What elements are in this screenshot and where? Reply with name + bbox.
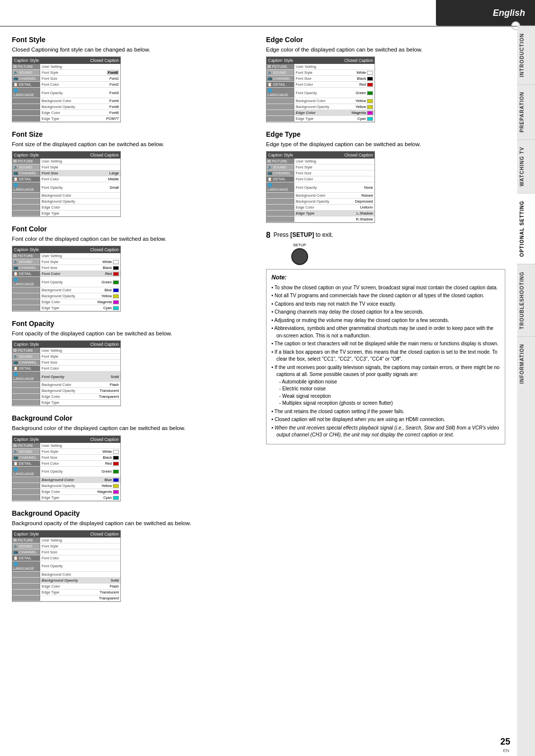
- font-color-title: Font Color: [12, 225, 246, 233]
- menu-row: 🔊 SOUND Font StyleWhite: [267, 70, 374, 76]
- page-lang: EN: [503, 748, 509, 753]
- setup-label: SETUP: [293, 243, 306, 247]
- menu-row: R.Shadow: [267, 216, 374, 222]
- list-item: Abbreviations, symbols and other grammat…: [271, 325, 500, 339]
- menu-row: 🔊 SOUND Font Style: [12, 543, 120, 549]
- menu-row: 📺 CHANNEL Font Size: [12, 549, 120, 555]
- menu-row: Background OpacitySolid: [12, 578, 120, 584]
- menu-row: 📺 CHANNEL Font SizeBlack: [12, 265, 120, 271]
- list-item: Captions and texts may not match the TV …: [271, 301, 500, 308]
- menu-row: 🖼 PICTURE User Setting: [12, 253, 120, 259]
- edge-type-title: Edge Type: [266, 130, 505, 138]
- sidebar-item-troubleshooting[interactable]: TROUBLESHOOTING: [517, 264, 535, 336]
- menu-row: Background OpacityYellow: [12, 293, 120, 299]
- section-background-color: Background Color Background color of the…: [12, 414, 246, 501]
- menu-row: 🔊 SOUND Font StyleWhite: [12, 449, 120, 455]
- menu-row: Background Color: [12, 572, 120, 578]
- font-style-menu: Caption Style Closed Caption 🖼 PICTURE U…: [12, 56, 121, 122]
- menu-row: 🌐 LANGUAGE Font Opacity: [12, 561, 120, 572]
- font-style-menu-body: 🖼 PICTURE User Setting 🔊 SOUND Font Styl…: [12, 64, 120, 122]
- section-font-size: Font Size Font size of the displayed cap…: [12, 130, 246, 217]
- sidebar-item-information[interactable]: INFORMATION: [517, 336, 535, 391]
- edge-color-text: Edge color of the displayed caption can …: [266, 46, 505, 54]
- menu-row: 🖼 PICTURE User Setting: [12, 348, 120, 354]
- menu-row: 🖼 PICTURE User Setting: [267, 64, 374, 70]
- menu-row: Background OpacityYellow: [267, 104, 374, 110]
- menu-row: 🌐 LANGUAGE Font OpacityGreen: [267, 88, 374, 98]
- left-column: Font Style Closed Captioning font style …: [12, 36, 251, 746]
- menu-row: Edge ColorTransparent: [12, 394, 120, 400]
- setup-button-area: SETUP: [266, 243, 333, 265]
- font-style-title: Font Style: [12, 36, 246, 44]
- font-size-menu-header: Caption Style Closed Caption: [12, 152, 120, 159]
- menu-row: 📋 DETAIL Font ColorFont2: [12, 82, 120, 88]
- setup-button[interactable]: [291, 248, 308, 265]
- sidebar-item-optional-setting[interactable]: OPTIONAL SETTING: [517, 193, 535, 264]
- page-number: 25: [500, 737, 510, 747]
- menu-row: 📺 CHANNEL Font Size: [12, 360, 120, 366]
- menu-row: Background ColorFlash: [12, 382, 120, 388]
- menu-row: 📺 CHANNEL Font SizeBlack: [12, 455, 120, 461]
- list-item: Closed caption will not be displayed whe…: [271, 416, 500, 424]
- menu-row: Background ColorFont4: [12, 98, 120, 104]
- sidebar-item-preparation[interactable]: PREPARATION: [517, 84, 535, 139]
- menu-row: 📺 CHANNEL Font SizeFont1: [12, 76, 120, 82]
- menu-row: 🖼 PICTURE User Setting: [12, 443, 120, 449]
- sidebar-item-introduction[interactable]: INTRODUCTION: [517, 26, 535, 84]
- menu-row: Background ColorRaised: [267, 193, 374, 199]
- menu-row: 🖼 PICTURE User Setting: [12, 538, 120, 543]
- setup-key-label: [SETUP]: [290, 231, 314, 238]
- list-item: When the unit receives special effects p…: [271, 425, 500, 439]
- menu-row: 🔊 SOUND Font Style: [267, 164, 374, 170]
- menu-row: 📺 CHANNEL Font SizeLarge: [12, 170, 120, 176]
- list-item: Adjusting or muting the volume may delay…: [271, 317, 500, 324]
- font-size-title: Font Size: [12, 130, 246, 138]
- list-item: If the unit receives poor quality televi…: [271, 364, 500, 407]
- menu-row: Background ColorBlue: [12, 287, 120, 293]
- background-color-text: Background color of the displayed captio…: [12, 424, 246, 432]
- list-item: Not all TV programs and commercials have…: [271, 292, 500, 300]
- menu-row: Background OpacityYellow: [12, 483, 120, 489]
- menu-row: 🔊 SOUND Font Style: [12, 354, 120, 360]
- menu-row: Background OpacityTranslucent: [12, 388, 120, 394]
- note-list: To show the closed caption on your TV sc…: [271, 284, 500, 439]
- menu-row: 📋 DETAIL Font Color: [12, 555, 120, 561]
- section-font-style: Font Style Closed Captioning font style …: [12, 36, 246, 122]
- right-column: Edge Color Edge color of the displayed c…: [266, 36, 505, 746]
- menu-row: 🖼 PICTURE User Setting: [267, 159, 374, 164]
- edge-color-title: Edge Color: [266, 36, 505, 44]
- menu-row: 📋 DETAIL Font ColorRed: [12, 461, 120, 467]
- menu-row: Edge Type: [12, 211, 120, 216]
- side-nav: INTRODUCTION PREPARATION WATCHING TV OPT…: [517, 26, 535, 756]
- menu-row: 🖼 PICTURE User Setting: [12, 159, 120, 164]
- edge-color-menu: Caption Style Closed Caption 🖼 PICTURE U…: [266, 56, 375, 122]
- section-edge-color: Edge Color Edge color of the displayed c…: [266, 36, 505, 122]
- menu-row: 🌐 LANGUAGE Font OpacitySolid: [12, 372, 120, 382]
- menu-row: Edge ColorFlash: [12, 584, 120, 590]
- menu-row: 📺 CHANNEL Font Size: [267, 170, 374, 176]
- font-opacity-menu: Caption Style Closed Caption 🖼 PICTURE U…: [12, 340, 121, 406]
- list-item: Changing channels may delay the closed c…: [271, 309, 500, 316]
- note-box: Note: To show the closed caption on your…: [266, 269, 505, 444]
- menu-row: 🔊 SOUND Font StyleFont8: [12, 70, 120, 76]
- menu-row: 📋 DETAIL Font ColorRed: [12, 271, 120, 277]
- menu-row: 🌐 LANGUAGE Font OpacityGreen: [12, 467, 120, 477]
- step8-section: 8 Press [SETUP] to exit. SETUP: [266, 231, 505, 265]
- section-background-opacity: Background Opacity Background opacity of…: [12, 509, 246, 602]
- menu-row: 🔊 SOUND Font StyleWhite: [12, 259, 120, 265]
- section-edge-type: Edge Type Edge type of the displayed cap…: [266, 130, 505, 223]
- font-style-text: Closed Captioning font style can be chan…: [12, 46, 246, 54]
- top-bar: English: [436, 0, 535, 26]
- font-style-menu-header: Caption Style Closed Caption: [12, 57, 120, 64]
- menu-row: 📋 DETAIL Font Color: [267, 176, 374, 182]
- list-item: The caption or text characters will not …: [271, 340, 500, 348]
- background-opacity-text: Background opacity of the displayed capt…: [12, 519, 246, 527]
- menu-row: Edge Type: [12, 400, 120, 406]
- sidebar-item-watching-tv[interactable]: WATCHING TV: [517, 139, 535, 193]
- menu-row: Edge ColorMagenta: [12, 299, 120, 305]
- menu-row: Background Color: [12, 193, 120, 199]
- menu-row: Edge TypePOM77: [12, 116, 120, 122]
- menu-row: Edge ColorUniform: [267, 205, 374, 211]
- edge-type-menu: Caption Style Closed Caption 🖼 PICTURE U…: [266, 151, 375, 223]
- menu-row: Edge TypeL.Shadow: [267, 211, 374, 216]
